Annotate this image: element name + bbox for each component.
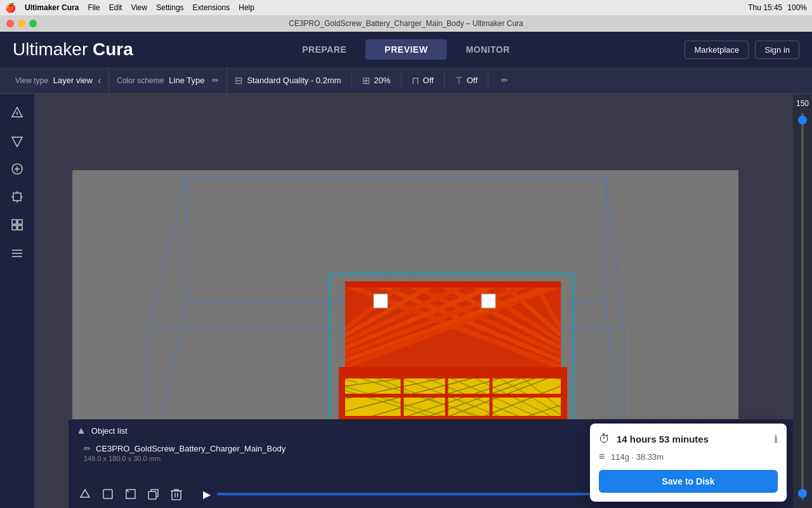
svg-rect-88 xyxy=(172,491,181,500)
left-sidebar xyxy=(0,94,34,508)
duplicate-button[interactable] xyxy=(145,485,162,503)
titlebar: CE3PRO_GoldScrew_Battery_Charger_Main_Bo… xyxy=(0,15,812,32)
delete-button[interactable] xyxy=(167,485,185,503)
minimize-button[interactable] xyxy=(18,20,25,27)
svg-rect-85 xyxy=(103,490,112,498)
info-panel: ⏱ 14 hours 53 minutes ℹ ≡ 114g · 38.33m … xyxy=(590,424,787,502)
filament-icon: ≡ xyxy=(599,451,605,462)
window-controls xyxy=(6,20,37,27)
svg-rect-73 xyxy=(345,281,561,288)
menu-edit[interactable]: Edit xyxy=(109,3,122,12)
viewtype-collapse[interactable]: ‹ xyxy=(98,75,101,86)
quality-setting: ⊟ Standard Quality - 0.2mm xyxy=(235,75,341,86)
divider1 xyxy=(351,72,352,90)
object-list-title: Object list xyxy=(91,426,128,436)
adhesion-icon: ⊤ xyxy=(455,75,463,86)
sidebar-tool-3[interactable] xyxy=(4,156,30,182)
marketplace-button[interactable]: Marketplace xyxy=(684,41,749,59)
svg-rect-87 xyxy=(148,491,156,499)
toolbar: View type Layer view ‹ Color scheme Line… xyxy=(0,67,812,94)
logo-bold: Cura xyxy=(93,39,133,59)
viewtype-label: View type xyxy=(15,76,48,85)
tab-prepare[interactable]: PREPARE xyxy=(283,39,365,60)
sidebar-tool-2[interactable] xyxy=(4,128,30,154)
svg-rect-53 xyxy=(345,367,561,378)
menu-help[interactable]: Help xyxy=(239,3,254,12)
sidebar-tool-4[interactable] xyxy=(4,184,30,210)
material-weight: 114g · 38.33m xyxy=(611,452,664,462)
colorscheme-edit-icon[interactable]: ✏ xyxy=(212,76,219,85)
layer-max-number: 150 xyxy=(796,99,809,108)
save-to-disk-button[interactable]: Save to Disk xyxy=(599,470,778,493)
view-top-button[interactable] xyxy=(99,485,117,503)
menu-items: File Edit View Settings Extensions Help xyxy=(88,3,254,12)
svg-rect-9 xyxy=(12,220,16,224)
toolbar-settings: ⊟ Standard Quality - 0.2mm ⊞ 20% ⊓ Off ⊤… xyxy=(227,72,804,90)
infill-icon: ⊞ xyxy=(362,75,370,86)
sidebar-tool-1[interactable] xyxy=(4,100,30,126)
layer-slider[interactable]: 150 xyxy=(793,94,812,508)
quality-icon: ⊟ xyxy=(235,75,243,86)
menu-extensions[interactable]: Extensions xyxy=(193,3,230,12)
close-button[interactable] xyxy=(6,20,14,27)
colorscheme-value[interactable]: Line Type xyxy=(169,76,204,85)
support-setting: ⊓ Off xyxy=(412,75,434,86)
slider-track[interactable] xyxy=(801,113,804,500)
sidebar-tool-6[interactable] xyxy=(4,240,30,265)
sidebar-tool-5[interactable] xyxy=(4,212,30,237)
viewport[interactable]: X Y Z 150 ▲ Object list ✏ CE3PRO_GoldScr xyxy=(34,94,812,508)
app-logo: Ultimaker Cura xyxy=(13,39,133,60)
settings-edit-icon[interactable]: ✏ xyxy=(501,76,508,85)
menubar-battery: 100% xyxy=(787,3,807,12)
apple-menu[interactable]: 🍎 xyxy=(5,3,16,13)
nav-tabs: PREPARE PREVIEW MONITOR xyxy=(283,39,529,60)
menu-settings[interactable]: Settings xyxy=(156,3,183,12)
menu-file[interactable]: File xyxy=(88,3,100,12)
print-time: 14 hours 53 minutes xyxy=(617,434,709,444)
object-edit-icon[interactable]: ✏ xyxy=(84,444,91,453)
slider-top-thumb[interactable] xyxy=(798,116,807,124)
divider2 xyxy=(401,72,402,90)
divider4 xyxy=(488,72,488,90)
menubar-time: Thu 15:45 xyxy=(748,3,782,12)
menubar-right: Thu 15:45 100% xyxy=(748,3,807,12)
main-area: X Y Z 150 ▲ Object list ✏ CE3PRO_GoldScr xyxy=(0,94,812,508)
window-title: CE3PRO_GoldScrew_Battery_Charger_Main_Bo… xyxy=(289,19,523,28)
colorscheme-label: Color scheme xyxy=(117,76,164,85)
svg-rect-4 xyxy=(13,193,21,201)
svg-rect-72 xyxy=(481,294,495,308)
tab-monitor[interactable]: MONITOR xyxy=(447,39,528,60)
info-time-row: ⏱ 14 hours 53 minutes ℹ xyxy=(599,432,778,446)
menu-view[interactable]: View xyxy=(131,3,147,12)
view3d-button[interactable] xyxy=(76,485,94,503)
svg-rect-11 xyxy=(12,225,16,230)
info-help-icon[interactable]: ℹ xyxy=(774,433,778,445)
signin-button[interactable]: Sign in xyxy=(755,41,799,59)
adhesion-value[interactable]: Off xyxy=(467,76,478,85)
info-detail: ≡ 114g · 38.33m xyxy=(599,451,778,462)
infill-setting: ⊞ 20% xyxy=(362,75,391,86)
clock-icon: ⏱ xyxy=(599,432,610,446)
collapse-icon: ▲ xyxy=(76,425,86,436)
app-menu-name[interactable]: Ultimaker Cura xyxy=(25,3,79,12)
quality-value[interactable]: Standard Quality - 0.2mm xyxy=(247,76,341,85)
support-value[interactable]: Off xyxy=(423,76,434,85)
svg-rect-71 xyxy=(374,294,388,308)
infill-value[interactable]: 20% xyxy=(374,76,391,85)
viewtype-section: View type Layer view ‹ xyxy=(8,67,109,93)
menubar: 🍎 Ultimaker Cura File Edit View Settings… xyxy=(0,0,812,15)
divider3 xyxy=(444,72,445,90)
slider-bottom-thumb[interactable] xyxy=(798,489,807,498)
view-side-button[interactable] xyxy=(122,485,140,503)
header-actions: Marketplace Sign in xyxy=(684,41,799,59)
tab-preview[interactable]: PREVIEW xyxy=(365,39,447,60)
play-button[interactable]: ▶ xyxy=(203,488,211,500)
colorscheme-section: Color scheme Line Type ✏ xyxy=(109,67,227,93)
logo-light: Ultimaker xyxy=(13,39,88,59)
adhesion-setting: ⊤ Off xyxy=(455,75,478,86)
maximize-button[interactable] xyxy=(29,20,37,27)
viewtype-value[interactable]: Layer view xyxy=(53,76,93,85)
object-name: CE3PRO_GoldScrew_Battery_Charger_Main_Bo… xyxy=(96,444,285,453)
svg-rect-10 xyxy=(18,220,22,224)
support-icon: ⊓ xyxy=(412,75,419,86)
